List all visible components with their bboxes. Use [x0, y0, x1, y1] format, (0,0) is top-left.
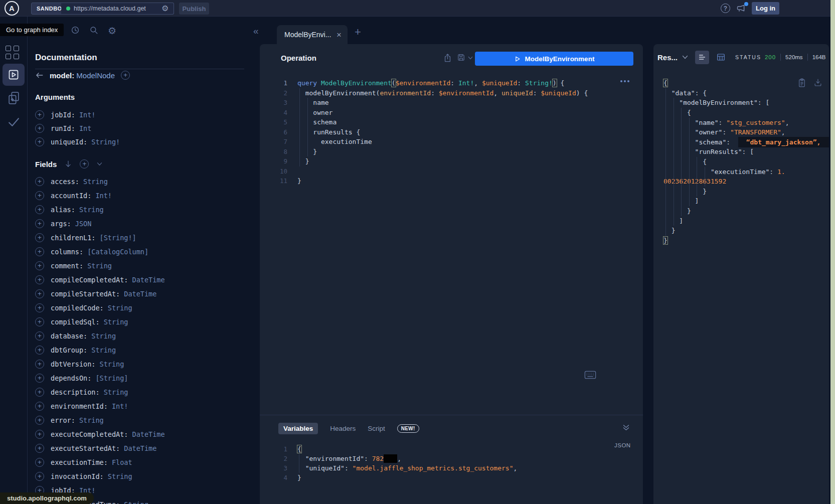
close-tab-icon[interactable]: × [337, 31, 342, 39]
response-chevron-down-icon[interactable] [682, 55, 688, 59]
operation-tab-title[interactable]: ModelByEnvi... [284, 31, 337, 39]
history-icon[interactable] [71, 26, 80, 35]
endpoint-url[interactable]: https://metadata.cloud.get [74, 5, 158, 12]
share-icon[interactable] [443, 53, 452, 63]
doc-field-row[interactable]: +invocationId: String [28, 469, 260, 483]
add-to-query-icon[interactable]: + [35, 275, 44, 284]
doc-field-type[interactable]: JSON [75, 220, 92, 228]
doc-field-type[interactable]: String [91, 332, 116, 340]
doc-field-type[interactable]: String [108, 472, 132, 480]
variables-editor[interactable]: 1{2 "environmentId": 782,3 "uniqueId": "… [260, 444, 643, 482]
add-to-query-icon[interactable]: + [35, 388, 44, 397]
doc-field-type[interactable]: String [83, 178, 108, 186]
doc-field-type[interactable]: String! [91, 138, 120, 146]
doc-field-row[interactable]: +compiledCode: String [28, 301, 260, 315]
doc-field-row[interactable]: +columns: [CatalogColumn] [28, 245, 260, 259]
doc-field-row[interactable]: +compileCompletedAt: DateTime [28, 273, 260, 287]
add-to-query-icon[interactable]: + [35, 177, 44, 186]
doc-field-row[interactable]: +runId: Int [28, 121, 260, 135]
doc-field-type[interactable]: String [100, 360, 124, 368]
table-view-icon[interactable] [717, 53, 725, 61]
doc-field-row[interactable]: +executeCompletedAt: DateTime [28, 427, 260, 441]
doc-field-row[interactable]: +childrenL1: [String!] [28, 231, 260, 245]
add-to-query-icon[interactable]: + [35, 346, 44, 355]
add-to-query-icon[interactable]: + [35, 317, 44, 326]
doc-field-type[interactable]: String [104, 388, 128, 396]
back-arrow-icon[interactable] [35, 72, 44, 79]
add-to-query-icon[interactable]: + [35, 289, 44, 298]
tab-variables[interactable]: Variables [278, 423, 318, 434]
add-field-icon[interactable]: + [121, 71, 130, 80]
doc-field-type[interactable]: DateTime [132, 276, 165, 284]
doc-field-type[interactable]: DateTime [124, 444, 156, 452]
field-type[interactable]: ModelNode [76, 71, 115, 80]
add-to-query-icon[interactable]: + [35, 219, 44, 228]
doc-field-row[interactable]: +accountId: Int! [28, 189, 260, 203]
doc-field-type[interactable]: DateTime [132, 430, 165, 438]
login-button[interactable]: Log in [752, 2, 779, 15]
doc-field-type[interactable]: DateTime [124, 290, 156, 298]
add-to-query-icon[interactable]: + [35, 191, 44, 200]
search-icon[interactable] [89, 26, 98, 35]
add-to-query-icon[interactable]: + [35, 402, 44, 411]
operation-editor[interactable]: 1query ModelByEnvironment($environmentId… [260, 78, 643, 186]
collapse-variables-icon[interactable] [622, 424, 630, 431]
doc-field-type[interactable]: String [124, 500, 148, 504]
add-to-query-icon[interactable]: + [35, 124, 44, 133]
doc-field-row[interactable]: +description: String [28, 385, 260, 399]
add-to-query-icon[interactable]: + [35, 303, 44, 312]
add-to-query-icon[interactable]: + [35, 430, 44, 439]
apollo-logo[interactable]: A [5, 1, 19, 16]
graph-index-icon[interactable] [6, 46, 20, 60]
explorer-nav-button[interactable] [3, 64, 25, 86]
doc-field-type[interactable]: String [79, 416, 104, 424]
doc-field-type[interactable]: String [87, 262, 112, 270]
save-chevron-down-icon[interactable] [468, 56, 473, 60]
collapse-docs-icon[interactable]: « [253, 26, 259, 36]
editor-overflow-menu-icon[interactable] [620, 80, 629, 82]
checks-nav-icon[interactable] [8, 116, 20, 128]
sort-descending-icon[interactable] [65, 160, 72, 168]
doc-field-type[interactable]: Int! [79, 111, 96, 119]
doc-field-type[interactable]: [String!] [100, 234, 136, 242]
doc-field-row[interactable]: +executionTime: Float [28, 455, 260, 469]
settings-gear-icon[interactable]: ⚙ [108, 25, 116, 37]
add-to-query-icon[interactable]: + [35, 458, 44, 467]
doc-field-row[interactable]: +executeStartedAt: DateTime [28, 441, 260, 455]
doc-field-row[interactable]: +dbtVersion: String [28, 357, 260, 371]
add-all-fields-icon[interactable]: + [80, 159, 89, 169]
doc-field-row[interactable]: +compiledSql: String [28, 315, 260, 329]
add-to-query-icon[interactable]: + [35, 261, 44, 270]
doc-field-type[interactable]: String [104, 318, 128, 326]
publish-button[interactable]: Publish [179, 3, 209, 15]
doc-field-row[interactable]: +alias: String [28, 203, 260, 217]
doc-field-type[interactable]: [CatalogColumn] [87, 248, 148, 256]
add-to-query-icon[interactable]: + [35, 444, 44, 453]
add-to-query-icon[interactable]: + [35, 205, 44, 214]
run-operation-button[interactable]: ModelByEnvironment [475, 52, 633, 66]
doc-field-type[interactable]: Float [112, 458, 132, 466]
add-to-query-icon[interactable]: + [35, 331, 44, 341]
operation-tab[interactable]: ModelByEnvi... × [277, 25, 348, 44]
doc-field-type[interactable]: String [108, 304, 132, 312]
doc-field-row[interactable]: +database: String [28, 329, 260, 343]
doc-field-type[interactable]: String [91, 346, 116, 354]
doc-field-type[interactable]: Int! [95, 192, 112, 200]
schema-nav-icon[interactable] [8, 91, 20, 105]
doc-field-row[interactable]: +dbtGroup: String [28, 343, 260, 357]
help-icon[interactable]: ? [721, 4, 730, 13]
doc-field-row[interactable]: +access: String [28, 175, 260, 189]
list-view-button[interactable] [695, 51, 709, 64]
endpoint-url-box[interactable]: https://metadata.cloud.get ⚙ [61, 3, 174, 15]
doc-field-row[interactable]: +uniqueId: String! [28, 135, 260, 148]
endpoint-settings-gear-icon[interactable]: ⚙ [161, 5, 169, 13]
add-to-query-icon[interactable]: + [35, 137, 44, 146]
add-to-query-icon[interactable]: + [35, 374, 44, 383]
doc-field-row[interactable]: +environmentId: Int! [28, 399, 260, 413]
doc-field-row[interactable]: +jobId: Int! [28, 108, 260, 121]
tab-script[interactable]: Script [368, 425, 385, 432]
doc-field-row[interactable]: +error: String [28, 413, 260, 427]
add-to-query-icon[interactable]: + [35, 247, 44, 256]
tab-headers[interactable]: Headers [330, 425, 356, 432]
chevron-down-icon[interactable] [97, 162, 102, 166]
